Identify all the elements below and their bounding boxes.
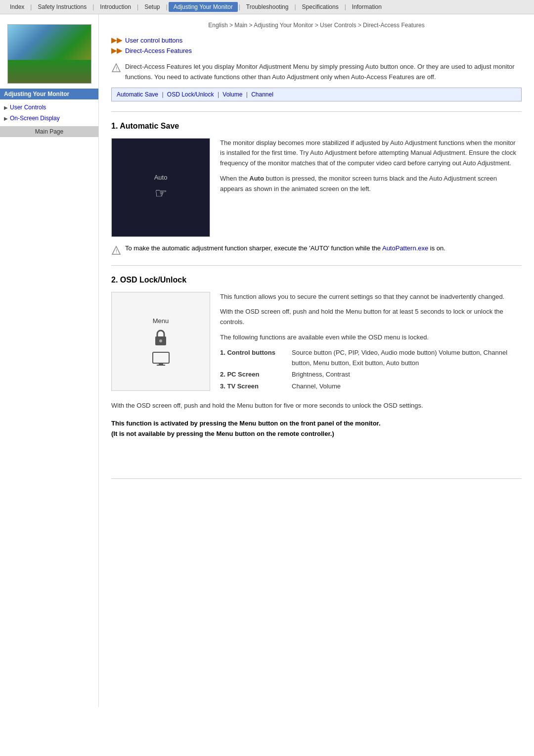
sub-nav-links: ▶▶ User control buttons ▶▶ Direct-Access… [111,36,522,54]
sub-link-direct-access[interactable]: ▶▶ Direct-Access Features [111,47,522,54]
lock-icon [153,330,168,347]
svg-text:!: ! [116,66,117,72]
info-box: ! Direct-Access Features let you display… [111,62,522,83]
section2-text: This function allows you to secure the c… [220,292,522,393]
section1-heading: 1. Automatic Save [111,122,522,131]
osd-value-3: Channel, Volume [292,381,341,392]
section2-paragraph3: The following functions are available ev… [220,332,522,343]
hand-pointer-icon: ☞ [155,185,167,201]
svg-rect-8 [157,365,165,366]
monitor-icon [152,352,170,366]
sidebar-link-user-controls[interactable]: ▶ User Controls [0,102,98,113]
sidebar-main-page[interactable]: Main Page [0,126,98,137]
auto-label: Auto [154,174,168,181]
osd-label-2: 2. PC Screen [220,370,284,380]
info-icon: ! [111,63,121,73]
osd-table-row-1: 1. Control buttons Source button (PC, PI… [220,348,522,369]
sidebar-link-onscreen-display[interactable]: ▶ On-Screen Display [0,113,98,124]
sidebar-monitor-image [7,24,91,84]
arrow-icon-2: ▶ [4,116,8,121]
section1-content: Auto ☞ The monitor display becomes more … [111,138,522,237]
sidebar: Adjusting Your Monitor ▶ User Controls ▶… [0,14,99,707]
svg-text:!: ! [116,249,117,254]
osd-functions-table: 1. Control buttons Source button (PC, PI… [220,348,522,392]
section2-bold-notice: This function is activated by pressing t… [111,419,522,439]
osd-value-1: Source button (PC, PIP, Video, Audio mod… [292,348,522,369]
quick-link-channel[interactable]: Channel [251,91,273,98]
nav-specifications[interactable]: Specifications [297,2,344,12]
section2-paragraph1: This function allows you to secure the c… [220,292,522,302]
osd-table-row-3: 3. TV Screen Channel, Volume [220,381,522,392]
info-text: Direct-Access Features let you display M… [125,62,522,83]
double-arrow-icon-1: ▶▶ [111,36,122,44]
section1-paragraph2: When the Auto button is pressed, the mon… [220,174,522,194]
osd-label-1: 1. Control buttons [220,348,284,369]
sub-link-user-control-buttons[interactable]: ▶▶ User control buttons [111,36,522,44]
nav-troubleshooting[interactable]: Troubleshooting [241,2,294,12]
section-separator-3 [111,478,522,479]
section1-note: ! To make the automatic adjustment funct… [111,244,522,255]
arrow-icon: ▶ [4,105,8,110]
nav-adjusting[interactable]: Adjusting Your Monitor [169,2,238,12]
svg-rect-7 [159,363,163,365]
section2-content: Menu This function allows you to secure … [111,292,522,393]
nav-bar: Index | Safety Instructions | Introducti… [0,0,534,14]
osd-table-row-2: 2. PC Screen Brightness, Contrast [220,370,522,380]
breadcrumb: English > Main > Adjusting Your Monitor … [111,22,522,29]
content-area: English > Main > Adjusting Your Monitor … [99,14,534,707]
main-layout: Adjusting Your Monitor ▶ User Controls ▶… [0,14,534,707]
autopattern-link[interactable]: AutoPattern.exe [382,244,428,252]
svg-rect-6 [153,352,169,363]
section2-paragraph2: With the OSD screen off, push and hold t… [220,307,522,328]
section2-unlock-text: With the OSD screen off, push and hold t… [111,401,522,411]
nav-safety[interactable]: Safety Instructions [33,2,91,12]
section1-text: The monitor display becomes more stabili… [220,138,522,237]
nav-setup[interactable]: Setup [139,2,165,12]
double-arrow-icon-2: ▶▶ [111,47,122,54]
note-icon: ! [111,245,121,255]
section2-heading: 2. OSD Lock/Unlock [111,276,522,284]
menu-label: Menu [153,317,169,325]
nav-introduction[interactable]: Introduction [95,2,136,12]
sidebar-section-title: Adjusting Your Monitor [0,89,98,99]
section1-paragraph1: The monitor display becomes more stabili… [220,138,522,169]
osd-value-2: Brightness, Contrast [292,370,350,380]
nav-information[interactable]: Information [347,2,387,12]
quick-link-osd-lock[interactable]: OSD Lock/Unlock [167,91,214,98]
nav-index[interactable]: Index [5,2,29,12]
svg-point-5 [159,339,162,342]
auto-button-image: Auto ☞ [111,138,210,237]
section-separator-2 [111,265,522,266]
quick-link-volume[interactable]: Volume [222,91,242,98]
quick-link-automatic-save[interactable]: Automatic Save [117,91,158,98]
section-separator-1 [111,111,522,112]
auto-button-illustration: Auto ☞ [121,148,200,227]
section1-note-text: To make the automatic adjustment functio… [125,244,445,252]
auto-bold: Auto [249,175,264,182]
quick-links-bar: Automatic Save | OSD Lock/Unlock | Volum… [111,88,522,101]
osd-label-3: 3. TV Screen [220,381,284,392]
osd-lock-image: Menu [111,292,210,391]
